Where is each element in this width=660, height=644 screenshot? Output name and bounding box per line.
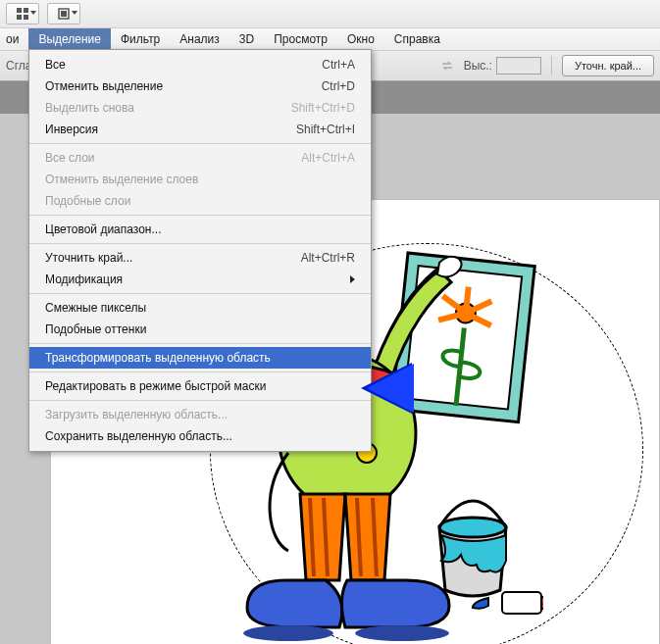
menu-item-label: Выделить снова <box>45 101 134 115</box>
refine-edge-button[interactable]: Уточн. край... <box>562 55 654 76</box>
menu-item: Все слоиAlt+Ctrl+A <box>29 147 371 169</box>
arrange-docs-button[interactable] <box>6 3 39 25</box>
screen-icon <box>57 7 71 21</box>
menu-item-selection[interactable]: Выделение <box>28 28 111 50</box>
menu-separator <box>29 400 371 401</box>
menu-item-shortcut: Alt+Ctrl+R <box>301 251 355 265</box>
menu-item-filter[interactable]: Фильтр <box>111 28 170 50</box>
menu-item-label: Подобные слои <box>45 194 130 208</box>
menu-item-help[interactable]: Справка <box>384 28 450 50</box>
menu-item: Загрузить выделенную область... <box>29 404 371 425</box>
menu-item-window[interactable]: Окно <box>337 28 384 50</box>
menu-item[interactable]: Модификация <box>29 269 371 290</box>
menu-item[interactable]: ВсеCtrl+A <box>29 54 371 75</box>
menu-item-label: Отменить выделение <box>45 79 163 93</box>
menu-separator <box>29 293 371 294</box>
menu-item[interactable]: Смежные пикселы <box>29 297 371 319</box>
swap-icon[interactable] <box>440 59 454 73</box>
menu-item-label: Сохранить выделенную область... <box>45 429 232 443</box>
menu-item-shortcut: Shift+Ctrl+D <box>291 101 355 115</box>
annotation-arrow-icon <box>361 363 412 414</box>
menu-item: Подобные слои <box>29 190 371 212</box>
menu-item-shortcut: Alt+Ctrl+A <box>301 151 355 165</box>
menu-item-label: Все <box>45 58 66 72</box>
app-window: ои Выделение Фильтр Анализ 3D Просмотр О… <box>0 0 660 644</box>
menu-item[interactable]: Сохранить выделенную область... <box>29 425 371 447</box>
menu-item-label: Трансформировать выделенную область <box>45 351 271 365</box>
menu-item-label: Подобные оттенки <box>45 322 146 336</box>
menu-item-label: Модификация <box>45 272 123 286</box>
caret-icon <box>72 11 77 15</box>
svg-rect-25 <box>502 592 541 614</box>
menu-item: Выделить сноваShift+Ctrl+D <box>29 97 371 119</box>
menu-item[interactable]: Подобные оттенки <box>29 319 371 340</box>
height-input[interactable] <box>496 57 541 74</box>
menu-item-label: Смежные пикселы <box>45 301 146 315</box>
menu-item[interactable]: Уточнить край...Alt+Ctrl+R <box>29 247 371 269</box>
menu-item-3d[interactable]: 3D <box>229 28 264 50</box>
menu-separator <box>29 343 371 344</box>
submenu-arrow-icon <box>350 275 355 283</box>
menu-item-label: Уточнить край... <box>45 251 132 265</box>
menu-item-label: Цветовой диапазон... <box>45 223 161 236</box>
menu-item[interactable]: Редактировать в режиме быстрой маски <box>29 375 371 397</box>
menu-item-view[interactable]: Просмотр <box>264 28 337 50</box>
menu-item-shortcut: Shift+Ctrl+I <box>296 123 355 136</box>
screen-mode-button[interactable] <box>47 3 80 25</box>
menu-separator <box>29 143 371 144</box>
menu-item-shortcut: Ctrl+D <box>322 79 355 93</box>
svg-rect-5 <box>61 11 67 17</box>
menu-item: Отменить выделение слоев <box>29 169 371 190</box>
menu-item-analysis[interactable]: Анализ <box>170 28 229 50</box>
caret-icon <box>30 11 36 15</box>
menu-item[interactable]: ИнверсияShift+Ctrl+I <box>29 119 371 140</box>
svg-rect-26 <box>541 597 543 609</box>
menu-item-label: Инверсия <box>45 123 98 136</box>
menu-item[interactable]: Отменить выделениеCtrl+D <box>29 75 371 97</box>
menu-item[interactable]: Трансформировать выделенную область <box>29 347 371 369</box>
menu-item-label: Отменить выделение слоев <box>45 173 198 186</box>
svg-rect-0 <box>17 8 22 13</box>
menu-separator <box>29 243 371 244</box>
svg-point-24 <box>439 518 506 537</box>
menu-item-label: Редактировать в режиме быстрой маски <box>45 379 266 393</box>
svg-rect-3 <box>24 15 28 20</box>
menu-item-label: Загрузить выделенную область... <box>45 408 228 421</box>
selection-menu-dropdown: ВсеCtrl+AОтменить выделениеCtrl+DВыделит… <box>28 49 372 452</box>
menu-item[interactable]: Цветовой диапазон... <box>29 219 371 240</box>
svg-point-22 <box>243 625 333 641</box>
height-field-group: Выс.: <box>464 57 541 74</box>
toolbar-icon-strip <box>0 0 660 28</box>
height-label: Выс.: <box>464 59 492 73</box>
separator <box>551 56 552 75</box>
svg-point-23 <box>355 625 449 641</box>
svg-rect-1 <box>24 8 28 13</box>
menu-separator <box>29 372 371 372</box>
menu-item-label: Все слои <box>45 151 95 165</box>
menu-bar: ои Выделение Фильтр Анализ 3D Просмотр О… <box>0 28 660 51</box>
grid-icon <box>16 7 29 21</box>
svg-rect-2 <box>17 15 22 20</box>
menu-item-shortcut: Ctrl+A <box>322 58 355 72</box>
menu-item-cut-left[interactable]: ои <box>2 28 28 50</box>
menu-separator <box>29 215 371 216</box>
